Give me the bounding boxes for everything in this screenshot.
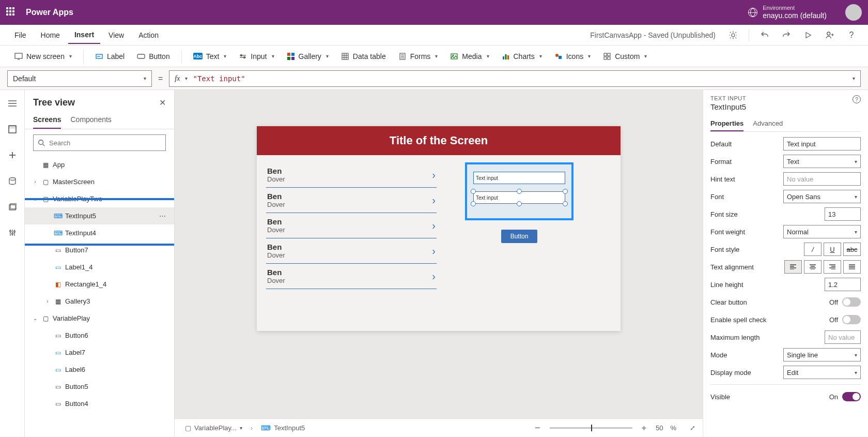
hamburger-icon[interactable] <box>4 95 21 112</box>
redo-icon[interactable] <box>778 27 795 43</box>
tree-item-masterscreen[interactable]: ›▢MasterScreen <box>25 173 174 190</box>
tree-item-variableplay[interactable]: ⌄▢VariablePlay <box>25 310 174 327</box>
menu-home[interactable]: Home <box>35 27 66 43</box>
underline-button[interactable]: U <box>824 243 841 256</box>
textinput5-control[interactable]: Text input <box>473 172 565 184</box>
resize-handle[interactable] <box>563 189 568 194</box>
prop-hint-input[interactable]: No value <box>783 172 861 186</box>
text-button[interactable]: AbcText▾ <box>188 50 232 63</box>
chevron-right-icon[interactable]: › <box>432 270 436 282</box>
tree-item-variableplaytwo[interactable]: ⌄▢VariablePlayTwo <box>25 190 174 207</box>
datatable-button[interactable]: Data table <box>336 50 391 63</box>
tree-item-label7[interactable]: ▭Label7 <box>25 344 174 361</box>
formula-input[interactable]: fx▾ "Text input" ▾ <box>169 70 861 87</box>
tree-item-button6[interactable]: ▭Button6 <box>25 327 174 344</box>
align-right-button[interactable] <box>824 260 841 274</box>
breadcrumb-screen[interactable]: ▢VariablePlay...▾ <box>182 423 245 433</box>
tree-item-textinput5[interactable]: ⌨TextInput5⋯ <box>25 207 174 224</box>
label-button[interactable]: Label <box>90 50 130 63</box>
prop-default-input[interactable]: Text input <box>783 137 861 150</box>
chevron-right-icon[interactable]: › <box>432 245 436 257</box>
align-justify-button[interactable] <box>843 260 861 274</box>
gallery-button[interactable]: Gallery▾ <box>282 50 334 63</box>
close-icon[interactable]: ✕ <box>159 98 166 108</box>
italic-button[interactable]: / <box>804 243 822 256</box>
resize-handle[interactable] <box>471 189 476 194</box>
prop-fontweight-select[interactable]: Normal▾ <box>783 225 861 238</box>
property-selector[interactable]: Default▾ <box>7 70 152 87</box>
tree-item-button5[interactable]: ▭Button5 <box>25 378 174 395</box>
tree-item-textinput4[interactable]: ⌨TextInput4 <box>25 224 174 242</box>
resize-handle[interactable] <box>563 201 568 206</box>
info-icon[interactable]: ? <box>853 95 861 103</box>
gallery-item[interactable]: BenDover› <box>266 162 437 188</box>
help-icon[interactable]: ? <box>843 27 860 43</box>
prop-format-select[interactable]: Text▾ <box>783 155 861 168</box>
menu-action[interactable]: Action <box>132 27 165 43</box>
button-button[interactable]: Button <box>132 50 175 63</box>
tree-item-gallery3[interactable]: ›▦Gallery3 <box>25 293 174 310</box>
menu-insert[interactable]: Insert <box>68 26 100 44</box>
chevron-right-icon[interactable]: › <box>432 169 436 181</box>
textinput4-control[interactable]: Text input <box>473 191 565 204</box>
icons-button[interactable]: Icons▾ <box>549 50 596 63</box>
more-icon[interactable]: ⋯ <box>159 212 166 220</box>
tab-properties[interactable]: Properties <box>710 116 743 131</box>
play-icon[interactable] <box>800 27 816 43</box>
app-launcher-icon[interactable] <box>6 7 17 18</box>
align-left-button[interactable] <box>784 260 802 274</box>
resize-handle[interactable] <box>517 201 522 206</box>
app-screen[interactable]: Title of the Screen BenDover› BenDover› … <box>257 126 621 331</box>
advanced-rail-icon[interactable] <box>4 224 21 241</box>
search-input[interactable] <box>49 139 161 147</box>
resize-handle[interactable] <box>517 189 522 194</box>
gallery-item[interactable]: BenDover› <box>266 238 437 264</box>
tab-advanced[interactable]: Advanced <box>753 116 783 131</box>
gallery-item[interactable]: BenDover› <box>266 213 437 238</box>
prop-clear-toggle[interactable] <box>842 297 861 307</box>
menu-view[interactable]: View <box>102 27 130 43</box>
zoom-in-button[interactable]: + <box>642 424 646 433</box>
prop-mode-select[interactable]: Single line▾ <box>783 348 861 361</box>
app-checker-icon[interactable] <box>725 27 741 43</box>
tree-item-rectangle14[interactable]: ◧Rectangle1_4 <box>25 276 174 293</box>
prop-spell-toggle[interactable] <box>842 315 861 324</box>
tab-components[interactable]: Components <box>70 111 111 129</box>
tree-view-icon[interactable] <box>4 121 21 138</box>
selection-group[interactable]: Text input Text input <box>465 162 574 220</box>
data-rail-icon[interactable] <box>4 173 21 189</box>
tree-item-button4[interactable]: ▭Button4 <box>25 395 174 412</box>
prop-font-select[interactable]: Open Sans▾ <box>783 190 861 203</box>
gallery-control[interactable]: BenDover› BenDover› BenDover› BenDover› … <box>266 162 437 289</box>
fit-to-window-icon[interactable]: ⤢ <box>690 424 695 432</box>
prop-lineheight-input[interactable]: 1.2 <box>825 278 861 291</box>
prop-display-select[interactable]: Edit▾ <box>783 366 861 379</box>
chevron-right-icon[interactable]: › <box>432 220 436 232</box>
tab-screens[interactable]: Screens <box>33 111 61 129</box>
chevron-right-icon[interactable]: › <box>432 194 436 206</box>
resize-handle[interactable] <box>471 201 476 206</box>
canvas-stage[interactable]: Title of the Screen BenDover› BenDover› … <box>175 90 703 418</box>
custom-button[interactable]: Custom▾ <box>598 50 652 63</box>
charts-button[interactable]: Charts▾ <box>497 50 547 63</box>
environment-picker[interactable]: Environment enayu.com (default) <box>748 5 827 20</box>
forms-button[interactable]: Forms▾ <box>393 50 443 63</box>
prop-fontsize-input[interactable]: 13 <box>825 207 861 221</box>
undo-icon[interactable] <box>756 27 773 43</box>
gallery-item[interactable]: BenDover› <box>266 264 437 289</box>
tree-item-label6[interactable]: ▭Label6 <box>25 361 174 378</box>
insert-rail-icon[interactable] <box>4 147 21 163</box>
strikethrough-button[interactable]: abc <box>843 243 861 256</box>
zoom-slider[interactable] <box>550 427 632 429</box>
prop-visible-toggle[interactable] <box>842 392 861 401</box>
tree-item-app[interactable]: ▦App <box>25 156 174 173</box>
new-screen-button[interactable]: New screen▾ <box>9 50 77 63</box>
tree-search[interactable] <box>33 134 166 151</box>
tree-item-label14[interactable]: ▭Label1_4 <box>25 259 174 276</box>
canvas-button-control[interactable]: Button <box>501 230 538 243</box>
prop-maxlen-input[interactable]: No value <box>825 330 861 344</box>
input-button[interactable]: Input▾ <box>234 50 279 63</box>
align-center-button[interactable] <box>804 260 822 274</box>
share-icon[interactable] <box>822 27 838 43</box>
media-rail-icon[interactable] <box>4 199 21 215</box>
